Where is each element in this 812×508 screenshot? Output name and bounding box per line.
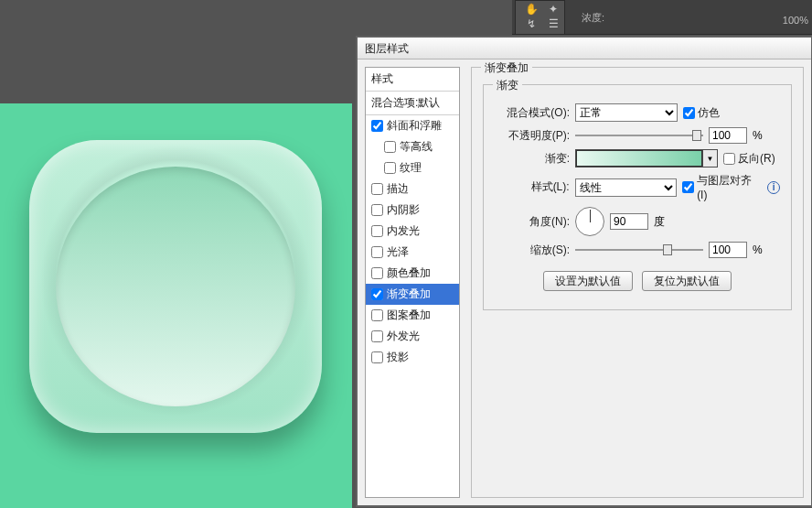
chevron-down-icon[interactable]: ▼ <box>702 150 717 167</box>
density-label: 浓度: <box>582 11 604 25</box>
row-opacity: 不透明度(P): % <box>495 127 780 144</box>
styles-header[interactable]: 样式 <box>366 68 459 92</box>
align-checkbox[interactable]: 与图层对齐(I) <box>682 173 762 201</box>
angle-unit: 度 <box>654 214 665 230</box>
default-buttons-row: 设置为默认值 复位为默认值 <box>495 271 780 291</box>
style-item[interactable]: 内发光 <box>366 221 459 242</box>
dither-label: 仿色 <box>698 105 720 121</box>
style-item-checkbox[interactable] <box>371 225 383 237</box>
style-item[interactable]: 光泽 <box>366 242 459 263</box>
style-item[interactable]: 投影 <box>366 347 459 368</box>
align-label: 与图层对齐(I) <box>697 173 762 201</box>
style-item[interactable]: 纹理 <box>366 157 459 178</box>
style-item-label: 纹理 <box>400 160 422 176</box>
density-value: 100% <box>783 15 808 26</box>
row-gradient: 渐变: ▼ 反向(R) <box>495 149 780 168</box>
blend-mode-select[interactable]: 正常 <box>575 103 678 122</box>
scale-input[interactable] <box>709 242 747 258</box>
align-check-input[interactable] <box>682 181 694 193</box>
angle-input[interactable] <box>610 213 648 230</box>
group-legend: 渐变叠加 <box>481 60 532 76</box>
dialog-title: 图层样式 <box>358 38 811 59</box>
reset-default-button[interactable]: 复位为默认值 <box>642 271 732 291</box>
label-angle: 角度(N): <box>495 214 570 230</box>
info-icon[interactable]: i <box>767 181 780 194</box>
style-item-checkbox[interactable] <box>371 288 383 300</box>
style-item[interactable]: 渐变叠加 <box>366 284 459 305</box>
style-item-checkbox[interactable] <box>371 330 383 342</box>
style-item-checkbox[interactable] <box>371 120 383 132</box>
row-scale: 缩放(S): % <box>495 242 780 258</box>
dialog-body: 样式 混合选项:默认 斜面和浮雕等高线纹理描边内阴影内发光光泽颜色叠加渐变叠加图… <box>365 67 804 498</box>
style-item-label: 等高线 <box>400 139 433 155</box>
style-item[interactable]: 图案叠加 <box>366 305 459 326</box>
row-angle: 角度(N): 度 <box>495 207 780 236</box>
dither-check-input[interactable] <box>683 107 695 119</box>
style-item-checkbox[interactable] <box>371 183 383 195</box>
style-item-label: 投影 <box>387 350 409 365</box>
gradient-swatch[interactable] <box>576 150 702 167</box>
style-item-checkbox[interactable] <box>384 162 396 174</box>
style-select[interactable]: 线性 <box>575 178 678 197</box>
style-item[interactable]: 内阴影 <box>366 200 459 221</box>
style-item-label: 描边 <box>387 181 409 197</box>
tool-icon-c[interactable]: ↯ <box>521 17 541 34</box>
subgroup-legend: 渐变 <box>493 78 522 93</box>
angle-dial[interactable] <box>575 207 604 236</box>
tool-icon-group: ✋ ✦ ↯ ☰ <box>515 0 565 35</box>
opacity-input[interactable] <box>709 127 747 144</box>
document-canvas[interactable] <box>0 103 352 508</box>
style-item[interactable]: 外发光 <box>366 326 459 347</box>
style-item[interactable]: 颜色叠加 <box>366 263 459 284</box>
style-item-label: 光泽 <box>387 244 409 260</box>
style-item-label: 颜色叠加 <box>387 265 431 281</box>
label-blend-mode: 混合模式(O): <box>495 105 570 121</box>
style-item[interactable]: 等高线 <box>366 136 459 157</box>
scale-slider[interactable] <box>575 243 703 256</box>
style-item-label: 斜面和浮雕 <box>387 118 442 134</box>
gradient-subgroup: 渐变 混合模式(O): 正常 仿色 不透明度(P): <box>483 84 792 310</box>
reverse-checkbox[interactable]: 反向(R) <box>723 151 775 167</box>
gradient-picker[interactable]: ▼ <box>575 149 718 168</box>
label-style: 样式(L): <box>495 179 570 195</box>
style-item-label: 内阴影 <box>387 202 420 218</box>
style-item-checkbox[interactable] <box>371 267 383 279</box>
style-item-label: 图案叠加 <box>387 308 431 323</box>
label-opacity: 不透明度(P): <box>495 128 570 144</box>
style-item[interactable]: 描边 <box>366 178 459 200</box>
row-blend-mode: 混合模式(O): 正常 仿色 <box>495 103 780 122</box>
layer-style-dialog: 图层样式 样式 混合选项:默认 斜面和浮雕等高线纹理描边内阴影内发光光泽颜色叠加… <box>357 37 812 506</box>
style-item-label: 渐变叠加 <box>387 286 431 302</box>
styles-column: 样式 混合选项:默认 斜面和浮雕等高线纹理描边内阴影内发光光泽颜色叠加渐变叠加图… <box>365 67 460 498</box>
icon-inner-circle <box>56 167 295 406</box>
tool-icon-d[interactable]: ☰ <box>543 17 563 34</box>
icon-rounded-rect <box>29 140 322 433</box>
style-item-checkbox[interactable] <box>371 246 383 258</box>
style-item-checkbox[interactable] <box>371 309 383 321</box>
style-item-checkbox[interactable] <box>371 204 383 216</box>
set-default-button[interactable]: 设置为默认值 <box>543 271 633 291</box>
reverse-check-input[interactable] <box>723 153 735 165</box>
style-item-label: 外发光 <box>387 329 420 344</box>
percent-sign-2: % <box>753 243 763 256</box>
style-item-checkbox[interactable] <box>384 141 396 153</box>
style-item[interactable]: 斜面和浮雕 <box>366 115 459 136</box>
opacity-slider[interactable] <box>575 129 703 142</box>
reverse-label: 反向(R) <box>738 151 775 167</box>
dither-checkbox[interactable]: 仿色 <box>683 105 720 121</box>
style-item-checkbox[interactable] <box>371 351 383 363</box>
styles-list: 斜面和浮雕等高线纹理描边内阴影内发光光泽颜色叠加渐变叠加图案叠加外发光投影 <box>366 115 459 368</box>
percent-sign: % <box>753 129 763 142</box>
gradient-overlay-group: 渐变叠加 渐变 混合模式(O): 正常 仿色 不透明度(P): <box>471 67 804 498</box>
blending-options-row[interactable]: 混合选项:默认 <box>366 92 459 115</box>
label-gradient: 渐变: <box>495 151 570 167</box>
label-scale: 缩放(S): <box>495 243 570 258</box>
style-item-label: 内发光 <box>387 223 420 239</box>
row-style: 样式(L): 线性 与图层对齐(I) i <box>495 173 780 201</box>
